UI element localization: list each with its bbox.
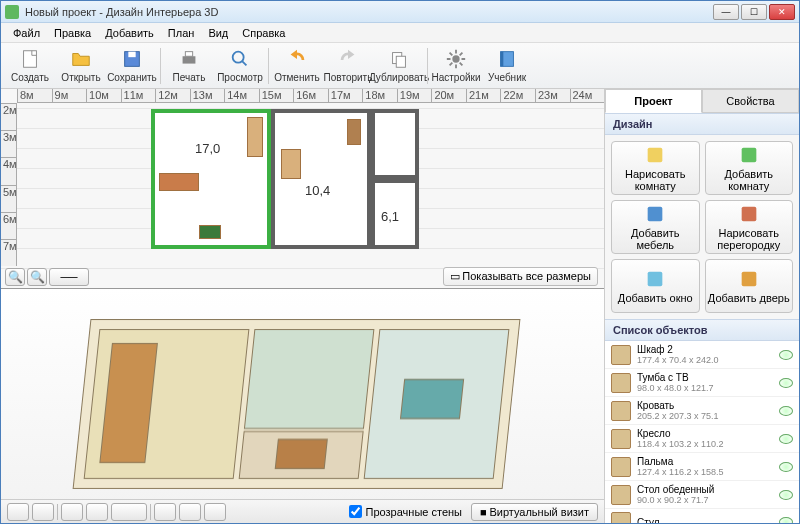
gear-icon bbox=[445, 48, 467, 70]
virtual-visit-button[interactable]: ■ Виртуальный визит bbox=[471, 503, 598, 521]
floor-plan[interactable]: 17,0 10,4 6,1 bbox=[151, 109, 421, 259]
object-icon bbox=[611, 485, 631, 505]
object-item[interactable]: Кровать205.2 x 207.3 x 75.1 bbox=[605, 397, 799, 425]
svg-rect-16 bbox=[741, 272, 756, 287]
open-button[interactable]: Открыть bbox=[56, 45, 106, 87]
redo-icon bbox=[337, 48, 359, 70]
visibility-toggle[interactable] bbox=[779, 462, 793, 472]
print-button[interactable]: Печать bbox=[164, 45, 214, 87]
transparent-walls-checkbox[interactable]: Прозрачные стены bbox=[349, 505, 462, 518]
menubar: ФайлПравкаДобавитьПланВидСправка bbox=[1, 23, 799, 43]
zoom-out-3d[interactable] bbox=[61, 503, 83, 521]
app-window: Новый проект - Дизайн Интерьера 3D — ☐ ✕… bbox=[0, 0, 800, 524]
add-furn-icon bbox=[644, 203, 666, 225]
furniture-plant[interactable] bbox=[199, 225, 221, 239]
visibility-toggle[interactable] bbox=[779, 517, 793, 523]
iso-render bbox=[72, 319, 521, 499]
plan-2d-view[interactable]: 8м9м10м11м12м13м14м15м16м17м18м19м20м21м… bbox=[1, 89, 604, 289]
svg-rect-7 bbox=[396, 56, 405, 67]
ruler-icon: ▭ bbox=[450, 270, 460, 282]
menu-3[interactable]: План bbox=[162, 25, 201, 41]
palette-button[interactable] bbox=[204, 503, 226, 521]
furniture-bed[interactable] bbox=[281, 149, 301, 179]
create-button[interactable]: Создать bbox=[5, 45, 55, 87]
zoom-out-button[interactable]: 🔍 bbox=[5, 268, 25, 286]
app-icon bbox=[5, 5, 19, 19]
room-2[interactable]: 10,4 bbox=[271, 109, 371, 249]
room-4[interactable]: 6,1 bbox=[371, 179, 419, 249]
redo-button[interactable]: Повторить bbox=[323, 45, 373, 87]
room-1-area: 17,0 bbox=[195, 141, 220, 156]
view-mode-2[interactable] bbox=[32, 503, 54, 521]
folder-icon bbox=[70, 48, 92, 70]
tab-properties[interactable]: Свойства bbox=[702, 89, 799, 113]
light-button[interactable] bbox=[179, 503, 201, 521]
undo-button[interactable]: Отменить bbox=[272, 45, 322, 87]
menu-1[interactable]: Правка bbox=[48, 25, 97, 41]
menu-0[interactable]: Файл bbox=[7, 25, 46, 41]
zoom-slider-3d[interactable] bbox=[111, 503, 147, 521]
zoom-in-button[interactable]: 🔍 bbox=[27, 268, 47, 286]
preview-button[interactable]: Просмотр bbox=[215, 45, 265, 87]
disk-icon bbox=[121, 48, 143, 70]
workspace: 8м9м10м11м12м13м14м15м16м17м18м19м20м21м… bbox=[1, 89, 605, 523]
add-door-button[interactable]: Добавить дверь bbox=[705, 259, 794, 313]
menu-5[interactable]: Справка bbox=[236, 25, 291, 41]
tutorial-button[interactable]: Учебник bbox=[482, 45, 532, 87]
objects-section-header: Список объектов bbox=[605, 319, 799, 341]
object-item[interactable]: Шкаф 2177.4 x 70.4 x 242.0 bbox=[605, 341, 799, 369]
view-3d[interactable]: Прозрачные стены ■ Виртуальный визит bbox=[1, 289, 604, 523]
add-room-icon bbox=[738, 144, 760, 166]
camera-button[interactable] bbox=[154, 503, 176, 521]
svg-rect-15 bbox=[648, 272, 663, 287]
tab-project[interactable]: Проект bbox=[605, 89, 702, 113]
camera-icon: ■ bbox=[480, 506, 487, 518]
menu-2[interactable]: Добавить bbox=[99, 25, 160, 41]
preview-icon bbox=[229, 48, 251, 70]
draw-wall-button[interactable]: Нарисовать перегородку bbox=[705, 200, 794, 254]
draw-room-button[interactable]: Нарисовать комнату bbox=[611, 141, 700, 195]
zoom-in-3d[interactable] bbox=[86, 503, 108, 521]
zoom-slider[interactable]: ── bbox=[49, 268, 89, 286]
object-icon bbox=[611, 373, 631, 393]
window-title: Новый проект - Дизайн Интерьера 3D bbox=[25, 6, 713, 18]
ruler-horizontal: 8м9м10м11м12м13м14м15м16м17м18м19м20м21м… bbox=[17, 89, 604, 103]
ruler-vertical: 2м3м4м5м6м7м bbox=[1, 103, 17, 266]
maximize-button[interactable]: ☐ bbox=[741, 4, 767, 20]
visibility-toggle[interactable] bbox=[779, 350, 793, 360]
object-item[interactable]: Тумба с ТВ98.0 x 48.0 x 121.7 bbox=[605, 369, 799, 397]
visibility-toggle[interactable] bbox=[779, 378, 793, 388]
close-button[interactable]: ✕ bbox=[769, 4, 795, 20]
design-buttons: Нарисовать комнатуДобавить комнатуДобави… bbox=[605, 135, 799, 319]
svg-rect-13 bbox=[648, 207, 663, 222]
furniture-sofa[interactable] bbox=[159, 173, 199, 191]
view-mode-1[interactable] bbox=[7, 503, 29, 521]
room-3[interactable] bbox=[371, 109, 419, 179]
object-item[interactable]: Стул bbox=[605, 509, 799, 523]
room-1[interactable]: 17,0 bbox=[151, 109, 271, 249]
visibility-toggle[interactable] bbox=[779, 406, 793, 416]
printer-icon bbox=[178, 48, 200, 70]
show-dimensions-button[interactable]: ▭ Показывать все размеры bbox=[443, 267, 598, 286]
save-button[interactable]: Сохранить bbox=[107, 45, 157, 87]
settings-button[interactable]: Настройки bbox=[431, 45, 481, 87]
furniture-wardrobe[interactable] bbox=[247, 117, 263, 157]
add-door-icon bbox=[738, 268, 760, 290]
minimize-button[interactable]: — bbox=[713, 4, 739, 20]
object-item[interactable]: Кресло118.4 x 103.2 x 110.2 bbox=[605, 425, 799, 453]
object-item[interactable]: Стол обеденный90.0 x 90.2 x 71.7 bbox=[605, 481, 799, 509]
titlebar: Новый проект - Дизайн Интерьера 3D — ☐ ✕ bbox=[1, 1, 799, 23]
file-icon bbox=[19, 48, 41, 70]
visibility-toggle[interactable] bbox=[779, 434, 793, 444]
object-item[interactable]: Пальма127.4 x 116.2 x 158.5 bbox=[605, 453, 799, 481]
menu-4[interactable]: Вид bbox=[202, 25, 234, 41]
furniture-cabinet[interactable] bbox=[347, 119, 361, 145]
dup-button[interactable]: Дублировать bbox=[374, 45, 424, 87]
add-room-button[interactable]: Добавить комнату bbox=[705, 141, 794, 195]
svg-rect-10 bbox=[501, 52, 504, 67]
object-icon bbox=[611, 429, 631, 449]
visibility-toggle[interactable] bbox=[779, 490, 793, 500]
add-window-button[interactable]: Добавить окно bbox=[611, 259, 700, 313]
draw-wall-icon bbox=[738, 203, 760, 225]
add-furn-button[interactable]: Добавить мебель bbox=[611, 200, 700, 254]
